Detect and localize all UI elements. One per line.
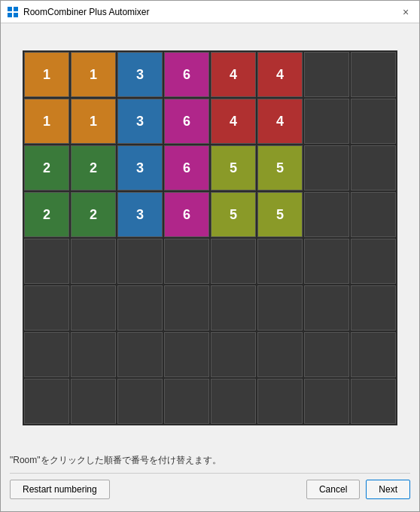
table-row[interactable]: [304, 192, 349, 237]
table-row[interactable]: [71, 379, 116, 424]
instructions-text: "Room"をクリックした順番で番号を付け替えます。: [10, 451, 410, 470]
table-row[interactable]: [351, 52, 396, 97]
table-row[interactable]: [117, 332, 163, 377]
table-row[interactable]: 3: [117, 192, 163, 237]
table-row[interactable]: 5: [257, 145, 303, 190]
table-row[interactable]: 1: [71, 99, 116, 144]
table-row[interactable]: 2: [71, 145, 116, 190]
table-row[interactable]: [351, 285, 396, 331]
table-row[interactable]: 1: [24, 99, 69, 144]
table-row[interactable]: 4: [211, 99, 256, 144]
table-row[interactable]: [71, 239, 116, 284]
table-row[interactable]: 6: [164, 99, 209, 144]
table-row[interactable]: [257, 239, 303, 284]
table-row[interactable]: [351, 145, 396, 190]
grid-container: 113644113644223655223655: [10, 32, 410, 443]
footer: Restart numbering Cancel Next: [10, 473, 410, 502]
cancel-button[interactable]: Cancel: [306, 480, 360, 499]
table-row[interactable]: [257, 285, 303, 331]
table-row[interactable]: [351, 379, 396, 424]
table-row[interactable]: 1: [71, 52, 116, 97]
table-row[interactable]: [164, 332, 209, 377]
table-row[interactable]: [351, 99, 396, 144]
table-row[interactable]: 6: [164, 192, 209, 237]
table-row[interactable]: [304, 239, 349, 284]
svg-rect-0: [8, 7, 12, 11]
table-row[interactable]: 4: [211, 52, 256, 97]
table-row[interactable]: [304, 99, 349, 144]
table-row[interactable]: 6: [164, 145, 209, 190]
table-row[interactable]: 2: [71, 192, 116, 237]
main-content: 113644113644223655223655 "Room"をクリックした順番…: [1, 23, 419, 511]
table-row[interactable]: 4: [257, 99, 303, 144]
table-row[interactable]: 5: [257, 192, 303, 237]
table-row[interactable]: 2: [24, 145, 69, 190]
table-row[interactable]: [117, 379, 163, 424]
main-window: RoomCombiner Plus Automixer × 1136441136…: [0, 0, 420, 512]
table-row[interactable]: [117, 239, 163, 284]
next-button[interactable]: Next: [366, 480, 410, 499]
table-row[interactable]: [351, 239, 396, 284]
close-button[interactable]: ×: [398, 5, 413, 20]
restart-numbering-button[interactable]: Restart numbering: [10, 480, 110, 499]
table-row[interactable]: [24, 239, 69, 284]
table-row[interactable]: [24, 285, 69, 331]
svg-rect-2: [8, 13, 12, 17]
table-row[interactable]: [211, 285, 256, 331]
table-row[interactable]: [304, 379, 349, 424]
table-row[interactable]: 6: [164, 52, 209, 97]
table-row[interactable]: 3: [117, 52, 163, 97]
table-row[interactable]: [351, 332, 396, 377]
table-row[interactable]: [304, 285, 349, 331]
table-row[interactable]: [117, 285, 163, 331]
table-row[interactable]: [304, 145, 349, 190]
table-row[interactable]: [164, 285, 209, 331]
svg-rect-1: [14, 7, 18, 11]
table-row[interactable]: [211, 239, 256, 284]
table-row[interactable]: [71, 332, 116, 377]
titlebar: RoomCombiner Plus Automixer ×: [1, 1, 419, 23]
window-title: RoomCombiner Plus Automixer: [23, 7, 398, 17]
table-row[interactable]: 3: [117, 99, 163, 144]
table-row[interactable]: [257, 379, 303, 424]
room-grid: 113644113644223655223655: [23, 50, 397, 425]
table-row[interactable]: [257, 332, 303, 377]
table-row[interactable]: [24, 332, 69, 377]
table-row[interactable]: 4: [257, 52, 303, 97]
table-row[interactable]: [304, 332, 349, 377]
table-row[interactable]: 1: [24, 52, 69, 97]
table-row[interactable]: 3: [117, 145, 163, 190]
table-row[interactable]: [351, 192, 396, 237]
table-row[interactable]: 2: [24, 192, 69, 237]
table-row[interactable]: [211, 332, 256, 377]
table-row[interactable]: [211, 379, 256, 424]
svg-rect-3: [14, 13, 18, 17]
table-row[interactable]: [304, 52, 349, 97]
table-row[interactable]: 5: [211, 192, 256, 237]
table-row[interactable]: [71, 285, 116, 331]
footer-right-buttons: Cancel Next: [306, 480, 410, 499]
app-icon: [7, 6, 19, 18]
table-row[interactable]: [24, 379, 69, 424]
table-row[interactable]: 5: [211, 145, 256, 190]
table-row[interactable]: [164, 239, 209, 284]
table-row[interactable]: [164, 379, 209, 424]
